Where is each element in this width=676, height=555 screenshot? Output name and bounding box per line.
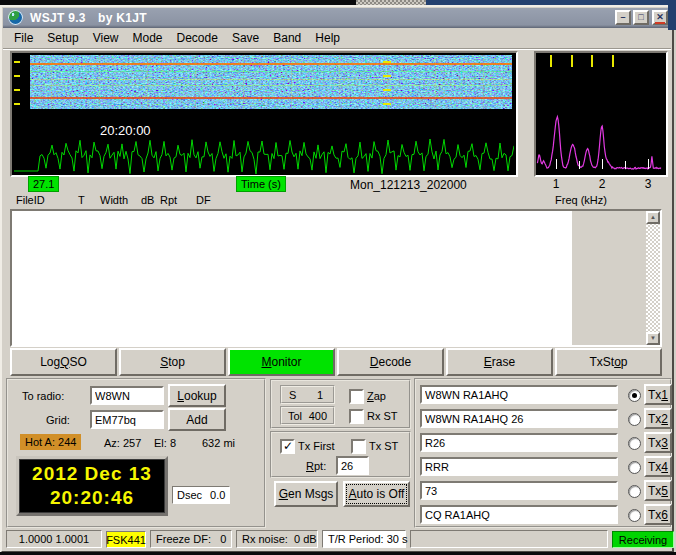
menu-decode[interactable]: Decode [170,29,225,47]
freq-tick-label-1: 1 [550,177,562,191]
tone-tick-mid [383,75,391,77]
tx1-radio[interactable] [628,389,641,402]
monitor-button[interactable]: Monitor [228,348,335,376]
tone-tick-mid [383,89,391,91]
tx2-radio[interactable] [628,413,641,426]
tx3-button[interactable]: Tx3 [644,432,672,453]
zap-checkbox[interactable]: ✓ [349,389,364,404]
erase-button[interactable]: Erase [446,348,553,376]
checkmark-icon: ✓ [283,441,293,452]
close-button[interactable]: ✕ [652,10,668,25]
file-id-label: Mon_121213_202000 [350,178,467,192]
tr-period-panel: T/R Period: 30 s [322,530,406,548]
clock-time: 20:20:46 [50,486,134,510]
tx-messages-panel: Tx1 Tx2 Tx3 Tx4 Tx5 Tx6 [414,378,672,528]
dsec-value: 0.0 [210,489,225,501]
zap-label: Zap [367,390,386,402]
rate-ratio-value: 1.0000 1.0001 [19,533,89,545]
sync-control[interactable]: S 1 [280,385,335,404]
freeze-df-value: Freeze DF: 0 [156,533,226,545]
log-qso-button[interactable]: Log QSO [10,348,117,376]
column-df: DF [196,194,211,206]
to-radio-label: To radio: [22,390,64,402]
scrollbar-down-button[interactable]: ▼ [646,332,660,345]
txstop-button[interactable]: TxStop [555,348,662,376]
tx2-message-field[interactable] [420,409,618,428]
tx5-button[interactable]: Tx5 [644,480,672,501]
time-axis-badge: Time (s) [236,176,286,192]
rx-st-label: Rx ST [367,410,398,422]
column-t: T [78,194,85,206]
waterfall-display[interactable]: 20:20:00 [10,51,518,177]
tx5-message-field[interactable] [420,481,618,500]
tone-tick-mid [383,61,391,63]
maximize-button[interactable]: □ [633,10,649,25]
titlebar[interactable]: WSJT 9.3 by K1JT – □ ✕ [3,8,671,28]
waterfall-streaks [30,55,512,109]
sync-value: 1 [317,389,323,401]
menu-mode[interactable]: Mode [126,29,170,47]
tx2-button[interactable]: Tx2 [644,408,672,429]
freeze-df-panel: Freeze DF: 0 [150,530,232,548]
menu-file[interactable]: File [7,29,40,47]
decode-area-margin [572,211,646,345]
menu-band[interactable]: Band [266,29,308,47]
tx5-radio[interactable] [628,485,641,498]
spectrum-trace [536,53,666,175]
distance-label: 632 mi [202,437,235,449]
tx-st-label: Tx ST [369,440,398,452]
hot-a-badge: Hot A: 244 [20,434,81,450]
minimize-button[interactable]: – [615,10,631,25]
tx6-message-field[interactable] [420,505,618,524]
background-window-corner [668,0,676,30]
sync-label: S [289,389,296,401]
menu-view[interactable]: View [86,29,126,47]
lookup-button[interactable]: Lookup [168,384,226,407]
dsec-field[interactable]: Dsec 0.0 [172,486,230,504]
decode-text-area[interactable]: ▲ ▼ [10,209,662,347]
tx6-radio[interactable] [628,509,641,522]
rx-st-checkbox[interactable]: ✓ [349,409,364,424]
clock-date: 2012 Dec 13 [32,462,152,486]
scroll-up-icon: ▲ [650,214,656,220]
tx1-message-field[interactable] [420,385,618,404]
action-buttons-row: Log QSO Stop Monitor Decode Erase TxStop [10,348,662,376]
column-width: Width [100,194,128,206]
freq-axis-label: Freq (kHz) [555,194,607,206]
tx6-button[interactable]: Tx6 [644,504,672,525]
auto-button[interactable]: Auto is Off [343,481,410,507]
tx4-message-field[interactable] [420,457,618,476]
tx3-message-field[interactable] [420,433,618,452]
tx4-button[interactable]: Tx4 [644,456,672,477]
gen-msgs-button[interactable]: Gen Msgs [274,481,338,507]
menu-setup[interactable]: Setup [40,29,85,47]
maximize-icon: □ [638,12,643,22]
grid-input[interactable] [90,410,164,429]
scrollbar-up-button[interactable]: ▲ [646,211,660,224]
decode-button[interactable]: Decode [337,348,444,376]
tx-first-checkbox[interactable]: ✓ [280,439,295,454]
close-icon: ✕ [655,12,665,24]
tol-control[interactable]: Tol 400 [280,406,335,425]
tx1-button[interactable]: Tx1 [644,384,672,405]
menu-help[interactable]: Help [308,29,347,47]
tx3-radio[interactable] [628,437,641,450]
decode-scrollbar[interactable]: ▲ ▼ [646,211,660,345]
tr-period-value: T/R Period: 30 s [328,533,407,545]
tx4-radio[interactable] [628,461,641,474]
tx-st-checkbox[interactable]: ✓ [351,439,366,454]
to-radio-input[interactable] [90,386,164,405]
tone-tick [14,75,20,77]
window-title: WSJT 9.3 [30,11,86,25]
tol-label: Tol [288,410,302,422]
rpt-input[interactable] [336,456,369,475]
menu-save[interactable]: Save [225,29,266,47]
add-button[interactable]: Add [168,408,226,431]
spectrum-display[interactable] [534,51,668,177]
freq-tick [556,159,557,169]
column-db: dB [141,194,154,206]
stop-button[interactable]: Stop [119,348,226,376]
freq-tick [625,161,626,169]
column-fileid: FileID [16,194,45,206]
freq-tick [648,159,649,169]
